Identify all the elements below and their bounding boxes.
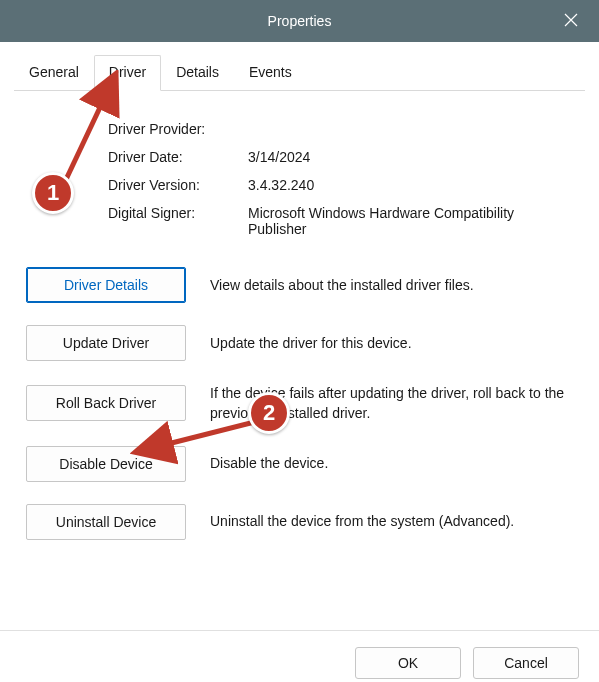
roll-back-driver-desc: If the device fails after updating the d… [210,383,573,424]
row-driver-details: Driver Details View details about the in… [26,267,573,303]
driver-provider-label: Driver Provider: [108,121,248,137]
tab-details[interactable]: Details [161,55,234,91]
driver-details-button[interactable]: Driver Details [26,267,186,303]
tab-events[interactable]: Events [234,55,307,91]
uninstall-device-button[interactable]: Uninstall Device [26,504,186,540]
dialog-button-bar: OK Cancel [0,630,599,682]
disable-device-button[interactable]: Disable Device [26,446,186,482]
driver-version-value: 3.4.32.240 [248,177,573,193]
window-title: Properties [268,13,332,29]
driver-info-grid: Driver Provider: Driver Date: 3/14/2024 … [108,121,573,237]
tab-general[interactable]: General [14,55,94,91]
driver-provider-value [248,121,573,137]
uninstall-device-desc: Uninstall the device from the system (Ad… [210,511,573,531]
row-update-driver: Update Driver Update the driver for this… [26,325,573,361]
tab-driver[interactable]: Driver [94,55,161,91]
tab-content-driver: Driver Provider: Driver Date: 3/14/2024 … [14,91,585,550]
close-icon [564,13,578,30]
digital-signer-value: Microsoft Windows Hardware Compatibility… [248,205,573,237]
roll-back-driver-button[interactable]: Roll Back Driver [26,385,186,421]
window-body: General Driver Details Events Driver Pro… [0,54,599,682]
row-uninstall-device: Uninstall Device Uninstall the device fr… [26,504,573,540]
close-button[interactable] [543,0,599,42]
driver-date-label: Driver Date: [108,149,248,165]
tab-strip: General Driver Details Events [14,54,585,91]
titlebar: Properties [0,0,599,42]
row-roll-back-driver: Roll Back Driver If the device fails aft… [26,383,573,424]
driver-version-label: Driver Version: [108,177,248,193]
ok-button[interactable]: OK [355,647,461,679]
driver-date-value: 3/14/2024 [248,149,573,165]
update-driver-desc: Update the driver for this device. [210,333,573,353]
digital-signer-label: Digital Signer: [108,205,248,237]
row-disable-device: Disable Device Disable the device. [26,446,573,482]
update-driver-button[interactable]: Update Driver [26,325,186,361]
driver-details-desc: View details about the installed driver … [210,275,573,295]
disable-device-desc: Disable the device. [210,453,573,473]
cancel-button[interactable]: Cancel [473,647,579,679]
